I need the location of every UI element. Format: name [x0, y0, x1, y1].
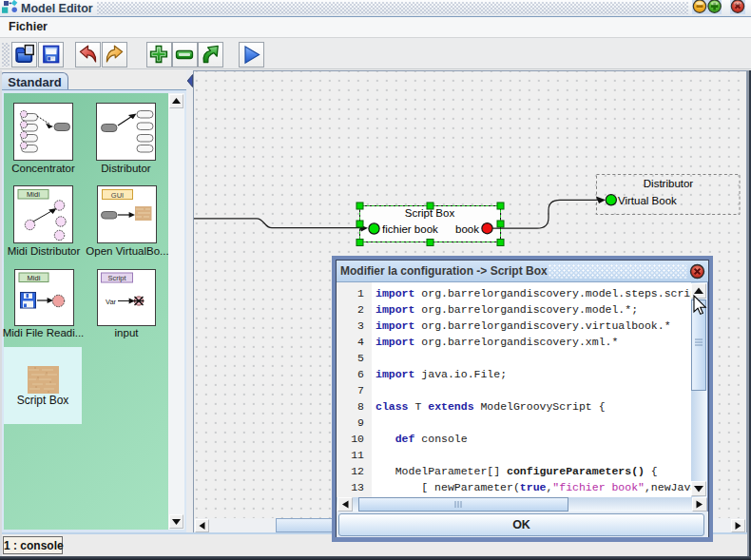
svg-text:Midi: Midi [27, 190, 40, 199]
svg-text:Virtual Book: Virtual Book [618, 195, 677, 206]
svg-text:Script: Script [107, 274, 126, 282]
svg-text:Var: Var [106, 298, 117, 306]
svg-text:GUI: GUI [111, 191, 124, 200]
svg-text:fichier book: fichier book [382, 223, 438, 235]
svg-text:Midi: Midi [28, 274, 41, 282]
svg-text:Distributor: Distributor [644, 178, 694, 189]
svg-text:book: book [455, 223, 479, 235]
